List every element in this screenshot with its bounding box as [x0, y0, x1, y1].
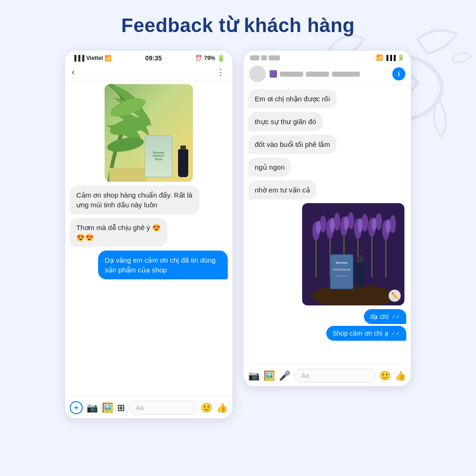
svg-text:STRESS RELIEF: STRESS RELIEF [333, 268, 351, 271]
chat-message-sent-r1: dạ chị ✓✓ [364, 309, 406, 324]
battery-percent: 79% [204, 55, 215, 61]
product-box-eucalyptus: StuvomsEUCALYPTUS [145, 135, 172, 177]
svg-point-19 [316, 221, 321, 234]
message-text-r2: thực sự thư giãn đó [255, 118, 316, 126]
wifi-icon-right: 📶 [376, 54, 383, 61]
svg-rect-39 [358, 255, 363, 259]
message-text-sent-r1: dạ chị [370, 313, 389, 320]
status-bar-right: 📶 ▐▐▐ 🔋 [244, 51, 411, 63]
message-input-right[interactable]: Aa [294, 369, 376, 383]
message-text-r3: đốt vào buổi tối phê lắm [255, 140, 330, 148]
svg-point-12 [348, 212, 354, 229]
svg-point-23 [372, 218, 377, 231]
svg-point-24 [386, 219, 390, 233]
svg-point-21 [344, 216, 349, 230]
svg-rect-37 [356, 261, 365, 287]
svg-text:Stuvoms: Stuvoms [336, 261, 348, 264]
chat-message-2: Thơm mà dễ chịu ghê ý 😍😍😍 [70, 218, 167, 247]
product-image-eucalyptus: StuvomsEUCALYPTUS [105, 84, 193, 182]
input-placeholder-left: Aa [136, 404, 144, 411]
product-image-lavender: Stuvoms STRESS RELIEF Essential Oil ✏️ [302, 203, 404, 305]
phone-right: 📶 ▐▐▐ 🔋 i [244, 51, 411, 386]
add-button[interactable]: + [70, 401, 83, 414]
more-icon[interactable]: ⋮ [217, 67, 226, 77]
chat-message-3: Dạ vâng em cảm ơn chị đã tin dùng sản ph… [98, 251, 228, 279]
message-text-2: Thơm mà dễ chịu ghê ý 😍😍😍 [76, 224, 161, 241]
svg-point-14 [362, 214, 368, 231]
edit-icon[interactable]: ✏️ [389, 290, 401, 302]
input-placeholder-right: Aa [301, 372, 309, 379]
nav-bar-right: i [244, 63, 411, 86]
chat-message-r3: đốt vào buổi tối phê lắm [248, 135, 337, 154]
status-bar-left: ▐▐▐ Viettel 📶 09:35 ⏰ 79% 🔋 [65, 51, 232, 64]
message-input-left[interactable]: Aa [129, 401, 197, 415]
camera-icon-right[interactable]: 📷 [248, 370, 260, 381]
chat-message-1: Cảm ơn shop hàng chuẩn đấy. Rất là ưng m… [70, 185, 199, 214]
message-text-1: Cảm ơn shop hàng chuẩn đấy. Rất là ưng m… [76, 191, 192, 209]
like-icon[interactable]: 👍 [216, 402, 228, 413]
image-icon-right[interactable]: 🖼️ [264, 370, 275, 381]
back-icon[interactable]: ‹ [72, 66, 75, 77]
mic-icon-right[interactable]: 🎤 [279, 370, 291, 381]
chat-message-r2: thực sự thư giãn đó [248, 112, 323, 131]
chat-message-r5: nhờ em tư vấn cả [248, 180, 317, 199]
svg-text:Essential Oil: Essential Oil [337, 275, 347, 277]
svg-rect-5 [109, 168, 146, 182]
nav-bar-left: ‹ ⋮ [65, 64, 232, 80]
message-text-r4: ngủ ngon [255, 163, 284, 171]
message-text-3: Dạ vâng em cảm ơn chị đã tin dùng sản ph… [105, 256, 216, 274]
battery-icon: 🔋 [217, 54, 225, 62]
svg-rect-33 [331, 255, 352, 288]
check-icon-2: ✓✓ [391, 331, 400, 337]
message-text-r5: nhờ em tư vấn cả [255, 186, 310, 194]
svg-point-8 [320, 216, 326, 232]
chat-area-left: StuvomsEUCALYPTUS Cảm ơn shop hàng chuẩn… [65, 80, 232, 397]
contact-avatar [249, 66, 266, 82]
signal-icon-right: ▐▐▐ [385, 55, 396, 60]
input-bar-left: + 📷 🖼️ ⊞ Aa 🙂 👍 [65, 397, 232, 418]
camera-icon[interactable]: 📷 [86, 402, 98, 413]
svg-point-10 [334, 213, 340, 231]
like-icon-right[interactable]: 👍 [395, 370, 406, 381]
chat-message-sent-r2: Shop cảm ơn chị ạ ✓✓ [326, 326, 407, 341]
chat-area-right: Em ơi chị nhận được rồi thực sự thư giãn… [244, 86, 411, 364]
svg-point-20 [330, 218, 335, 232]
chat-message-r1: Em ơi chị nhận được rồi [248, 89, 337, 108]
emoji-icon-right[interactable]: 🙂 [379, 370, 391, 381]
product-bottle-eucalyptus [178, 149, 188, 177]
message-text-sent-r2: Shop cảm ơn chị ạ [333, 330, 389, 337]
alarm-icon: ⏰ [195, 55, 202, 61]
chat-message-r4: ngủ ngon [248, 158, 291, 177]
svg-point-22 [358, 218, 363, 233]
svg-point-18 [390, 215, 396, 233]
status-time: 09:35 [145, 54, 162, 62]
check-icon-1: ✓✓ [391, 314, 400, 320]
phone-left: ▐▐▐ Viettel 📶 09:35 ⏰ 79% 🔋 ‹ ⋮ [65, 51, 232, 418]
svg-point-16 [376, 213, 382, 230]
carrier-name: Viettel [86, 55, 103, 61]
grid-icon[interactable]: ⊞ [117, 402, 125, 413]
page-title: Feedback từ khách hàng [19, 14, 457, 37]
screenshots-container: ▐▐▐ Viettel 📶 09:35 ⏰ 79% 🔋 ‹ ⋮ [19, 51, 457, 418]
emoji-icon[interactable]: 🙂 [201, 402, 212, 413]
info-icon[interactable]: i [392, 67, 405, 80]
input-bar-right: 📷 🖼️ 🎤 Aa 🙂 👍 [244, 364, 411, 386]
image-icon[interactable]: 🖼️ [102, 402, 113, 413]
wifi-icon: 📶 [105, 55, 112, 61]
message-text-r1: Em ơi chị nhận được rồi [255, 95, 330, 103]
signal-icon: ▐▐▐ [73, 55, 85, 61]
battery-icon-right: 🔋 [397, 54, 404, 61]
